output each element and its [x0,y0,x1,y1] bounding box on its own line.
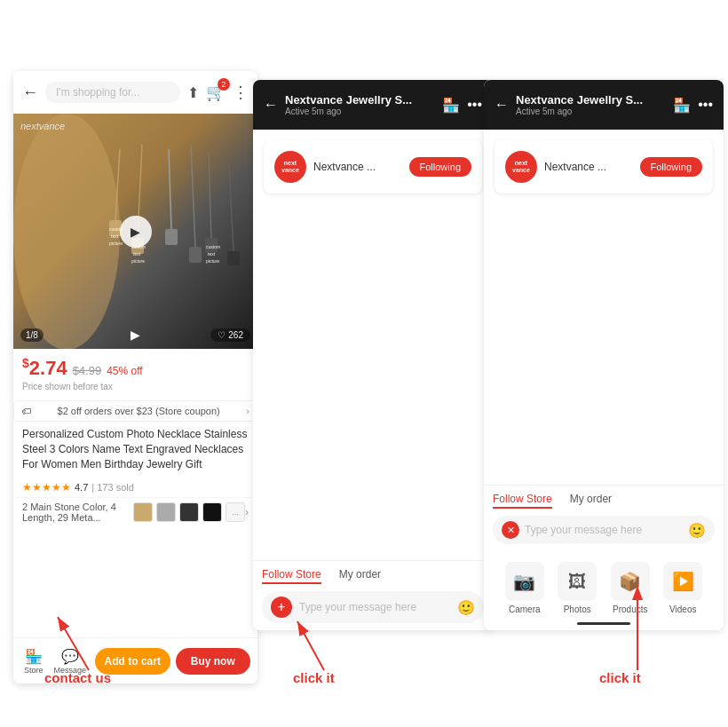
message-placeholder-2[interactable]: Type your message here [525,524,683,536]
chat-header-2: ← Nextvance Jewellry S... Active 5m ago … [484,80,724,130]
svg-text:picture: picture [131,258,145,264]
chat-shop-icon-2[interactable]: 🏪 [673,97,691,114]
brand-overlay: nextvance [20,121,65,131]
coupon-chevron-icon: › [246,406,249,416]
sold-count: | 173 sold [91,482,134,493]
svg-rect-9 [189,247,202,263]
chat-title-group-1: Nextvance Jewellry S... Active 5m ago [285,93,435,116]
tax-note: Price shown before tax [22,382,249,391]
store-icon: 🏪 [25,648,43,665]
emoji-icon-1[interactable]: 🙂 [457,599,475,616]
search-bar: ← I'm shopping for... ⬆ 🛒 2 ⋮ [13,71,257,114]
my-order-tab-1[interactable]: My order [339,568,381,584]
store-nav-item[interactable]: 🏪 Store [24,648,44,675]
coupon-icon: 🏷 [21,406,31,416]
product-image: custom text picture custom text picture … [13,114,257,349]
chat-input-area-2: Follow Store My order ✕ Type your messag… [484,485,724,630]
star-icons: ★★★★★ [22,481,71,494]
variant-chip-dark[interactable] [179,502,199,522]
camera-label: Camera [509,605,541,614]
chat-input-area-1: Follow Store My order + Type your messag… [253,560,493,630]
rating-value: 4.7 [75,482,88,493]
store-nav-label: Store [24,666,44,675]
click-it-2-label: click it [599,670,641,685]
svg-text:text: text [133,251,141,257]
cart-icon-wrap[interactable]: 🛒 2 [206,83,226,102]
products-label: Products [613,605,647,614]
variants-label: 2 Main Stone Color, 4 Length, 29 Meta... [22,502,133,523]
my-order-tab-2[interactable]: My order [570,493,612,509]
close-button-2[interactable]: ✕ [502,521,519,539]
rating-row: ★★★★★ 4.7 | 173 sold [13,478,257,497]
chat-header-icons-2: 🏪 ••• [673,97,713,114]
variant-chip-gray[interactable] [156,502,176,522]
store-avatar-2: nextvance [505,151,537,183]
videos-action[interactable]: ▶️ Videos [659,562,708,614]
emoji-icon-2[interactable]: 🙂 [688,522,706,539]
svg-rect-7 [165,229,178,245]
videos-icon: ▶️ [663,562,702,601]
chat-subtitle-1: Active 5m ago [285,107,435,116]
chat-header-icons-1: 🏪 ••• [442,97,482,114]
chat-title-1: Nextvance Jewellry S... [285,93,435,107]
chat-more-icon-1[interactable]: ••• [467,97,482,113]
message-input-row-2: ✕ Type your message here 🙂 [493,516,715,544]
message-input-row-1: + Type your message here 🙂 [262,591,484,623]
chat-title-group-2: Nextvance Jewellry S... Active 5m ago [516,93,666,116]
search-input[interactable]: I'm shopping for... [45,82,180,103]
coupon-row[interactable]: 🏷 $2 off orders over $23 (Store coupon) … [13,400,257,422]
variant-chip-gold[interactable] [133,502,153,522]
store-name-1: Nextvance ... [313,161,376,173]
photos-label: Photos [564,605,591,614]
chat-back-icon-2[interactable]: ← [495,97,509,113]
chat-back-icon-1[interactable]: ← [264,97,278,113]
follow-tabs-1: Follow Store My order [262,568,484,584]
variant-chip-more[interactable]: ... [226,502,245,522]
chat-header-1: ← Nextvance Jewellry S... Active 5m ago … [253,80,493,130]
product-title: Personalized Custom Photo Necklace Stain… [13,422,257,477]
svg-point-1 [13,114,120,349]
camera-action[interactable]: 📷 Camera [500,562,550,614]
svg-text:text: text [111,233,119,239]
message-placeholder-1[interactable]: Type your message here [299,601,450,613]
plus-button-1[interactable]: + [271,597,292,618]
coupon-text: $2 off orders over $23 (Store coupon) [58,406,220,416]
variant-chip-black[interactable] [202,502,222,522]
following-button-2[interactable]: Following [640,157,702,177]
buy-now-button[interactable]: Buy now [176,648,250,675]
price-original: $4.99 [73,364,102,377]
discount-badge: 45% off [107,365,142,377]
message-icon: 💬 [61,648,79,665]
chat-more-icon-2[interactable]: ••• [698,97,713,113]
photos-action[interactable]: 🖼 Photos [553,562,603,614]
following-button-1[interactable]: Following [409,157,471,177]
chat-subtitle-2: Active 5m ago [516,107,666,116]
likes-badge: ♡ 262 [210,328,250,342]
variants-row[interactable]: 2 Main Stone Color, 4 Length, 29 Meta...… [13,497,257,526]
svg-text:text: text [208,251,216,257]
follow-store-tab-2[interactable]: Follow Store [493,493,552,509]
play-button[interactable]: ▶ [120,216,152,248]
chat-title-2: Nextvance Jewellry S... [516,93,666,107]
store-card-1: nextvance Nextvance ... Following [264,140,482,194]
chat-shop-icon-1[interactable]: 🏪 [442,97,460,114]
svg-rect-19 [227,251,240,265]
price-main: $2.74 [22,356,67,380]
follow-tabs-2: Follow Store My order [493,493,715,509]
cart-badge: 2 [218,78,230,91]
store-card-2: nextvance Nextvance ... Following [495,140,713,194]
more-icon[interactable]: ⋮ [233,83,249,102]
follow-store-tab-1[interactable]: Follow Store [262,568,321,584]
chat-panel-1: ← Nextvance Jewellry S... Active 5m ago … [253,80,493,630]
bottom-line-indicator [577,622,630,625]
svg-text:picture: picture [109,241,123,246]
variant-chips: ... [133,502,245,522]
store-avatar-1: nextvance [274,151,306,183]
products-action[interactable]: 📦 Products [605,562,655,614]
back-arrow-icon[interactable]: ← [22,83,38,102]
heart-icon: ♡ [218,330,226,340]
click-it-1-label: click it [293,670,335,685]
share-icon[interactable]: ⬆ [187,84,199,101]
product-page-panel: ← I'm shopping for... ⬆ 🛒 2 ⋮ [13,71,257,684]
products-icon: 📦 [611,562,650,601]
